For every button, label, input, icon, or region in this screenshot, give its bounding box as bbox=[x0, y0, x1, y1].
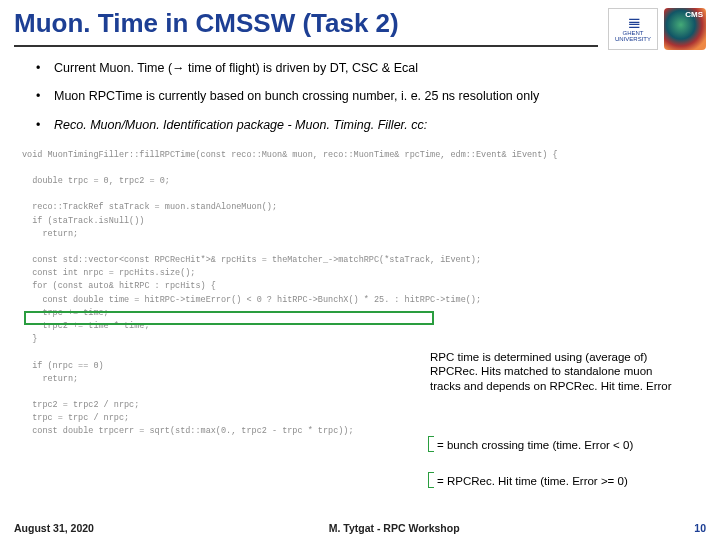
bullet-text: Reco. Muon/Muon. Identification package … bbox=[54, 117, 427, 133]
code-block: void MuonTimingFiller::fillRPCTime(const… bbox=[0, 149, 720, 439]
bullet-text: Muon RPCTime is currently based on bunch… bbox=[54, 88, 539, 104]
bullet-icon: • bbox=[36, 88, 54, 104]
brace-icon bbox=[428, 436, 434, 452]
highlight-box bbox=[24, 311, 434, 325]
bullet-text: Current Muon. Time (→ time of flight) is… bbox=[54, 60, 418, 76]
page-number: 10 bbox=[694, 522, 706, 534]
footer-mid: M. Tytgat - RPC Workshop bbox=[94, 522, 694, 534]
building-icon: 𝌆 bbox=[628, 16, 639, 30]
slide-title: Muon. Time in CMSSW (Task 2) bbox=[14, 8, 598, 47]
bullet-icon: • bbox=[36, 60, 54, 76]
logo-group: 𝌆 GHENT UNIVERSITY CMS bbox=[608, 8, 706, 50]
annotation-main: RPC time is determined using (average of… bbox=[430, 350, 675, 393]
ghent-label: GHENT UNIVERSITY bbox=[615, 30, 651, 42]
bullet-item: • Muon RPCTime is currently based on bun… bbox=[36, 88, 692, 104]
brace-icon bbox=[428, 472, 434, 488]
bullet-item: • Current Muon. Time (→ time of flight) … bbox=[36, 60, 692, 76]
footer-date: August 31, 2020 bbox=[14, 522, 94, 534]
ghent-logo: 𝌆 GHENT UNIVERSITY bbox=[608, 8, 658, 50]
bullet-list: • Current Muon. Time (→ time of flight) … bbox=[0, 50, 720, 149]
cms-logo: CMS bbox=[664, 8, 706, 50]
bullet-item: • Reco. Muon/Muon. Identification packag… bbox=[36, 117, 692, 133]
bullet-icon: • bbox=[36, 117, 54, 133]
annotation-bx: = bunch crossing time (time. Error < 0) bbox=[437, 438, 697, 452]
footer: August 31, 2020 M. Tytgat - RPC Workshop… bbox=[0, 522, 720, 534]
annotation-hit: = RPCRec. Hit time (time. Error >= 0) bbox=[437, 474, 697, 488]
